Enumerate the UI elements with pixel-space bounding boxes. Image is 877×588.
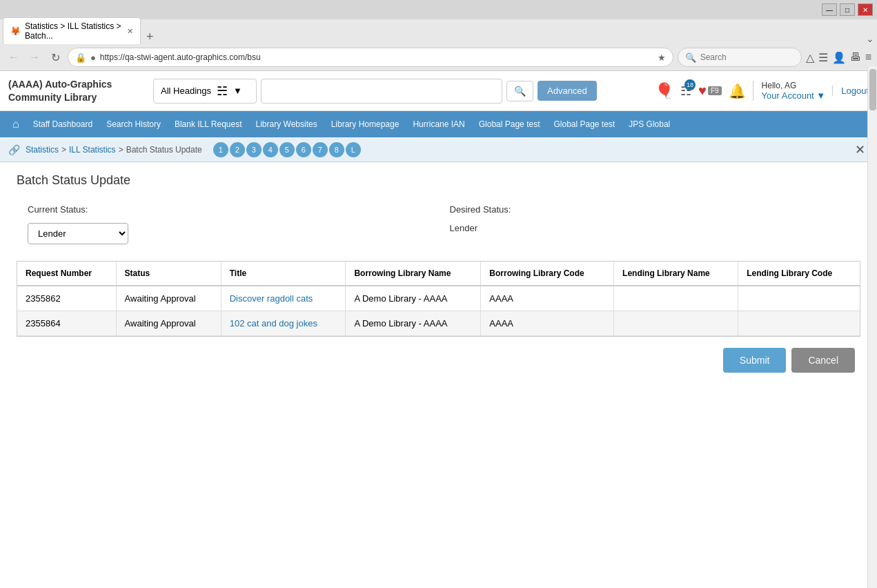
- cell-lending-code-1: [738, 286, 860, 311]
- search-icon: 🔍: [685, 52, 696, 63]
- cell-request-number-2: 2355864: [17, 311, 116, 336]
- bookmark-star-icon[interactable]: ★: [658, 52, 666, 63]
- active-tab[interactable]: 🦊 Statistics > ILL Statistics > Batch...…: [3, 17, 141, 44]
- stack-icon: ☵: [217, 84, 228, 99]
- search-input-wrap: [261, 79, 502, 104]
- status-section: Current Status: Lender Borrower Awaiting…: [17, 204, 860, 244]
- col-lending-library-code: Lending Library Code: [738, 262, 860, 286]
- table-row: 2355864 Awaiting Approval 102 cat and do…: [17, 311, 860, 336]
- search-input[interactable]: [262, 81, 502, 100]
- nav-item-hurricane-ian[interactable]: Hurricane IAN: [406, 114, 471, 135]
- page-7[interactable]: 7: [313, 142, 328, 157]
- current-status-label: Current Status:: [28, 204, 428, 215]
- new-tab-button[interactable]: +: [142, 30, 158, 44]
- logout-button[interactable]: Logout: [832, 86, 869, 96]
- nav-item-global-page-2[interactable]: Global Page test: [546, 114, 622, 135]
- cell-lending-name-1: [614, 286, 738, 311]
- desired-status-col: Desired Status: Lender: [439, 204, 861, 244]
- tab-close-icon[interactable]: ✕: [127, 27, 133, 36]
- home-icon[interactable]: ⌂: [6, 112, 26, 136]
- data-table-wrap: Request Number Status Title Borrowing Li…: [17, 261, 860, 337]
- shield-icon[interactable]: △: [806, 51, 814, 64]
- breadcrumb-bar: 🔗 Statistics > ILL Statistics > Batch St…: [0, 137, 877, 162]
- forward-button[interactable]: →: [26, 49, 43, 66]
- heart-icon: ♥: [698, 83, 707, 99]
- menu-icon[interactable]: ≡: [865, 51, 871, 63]
- chevron-down-icon: ▼: [816, 90, 825, 101]
- heading-select-label: All Headings: [161, 86, 211, 96]
- tab-more-button[interactable]: ⌄: [866, 33, 874, 44]
- submit-button[interactable]: Submit: [723, 348, 787, 373]
- badge-count: 18: [684, 79, 696, 90]
- cancel-button[interactable]: Cancel: [791, 348, 855, 373]
- back-button[interactable]: ←: [6, 49, 22, 66]
- bookmark-list-icon[interactable]: ☰: [818, 51, 828, 64]
- current-status-col: Current Status: Lender Borrower Awaiting…: [17, 204, 439, 244]
- browser-search-box[interactable]: 🔍: [678, 48, 802, 67]
- col-borrowing-library-code: Borrowing Library Code: [481, 262, 614, 286]
- page-3[interactable]: 3: [246, 142, 262, 157]
- nav-item-library-websites[interactable]: Library Websites: [249, 114, 324, 135]
- breadcrumb: Statistics > ILL Statistics > Batch Stat…: [26, 145, 202, 155]
- app-header: (AAAA) Auto-Graphics Community Library A…: [0, 71, 877, 111]
- chevron-down-icon: ▼: [233, 86, 242, 96]
- profile-icon[interactable]: 👤: [832, 51, 846, 64]
- table-header-row: Request Number Status Title Borrowing Li…: [17, 262, 860, 286]
- scrollbar[interactable]: [867, 66, 877, 588]
- breadcrumb-statistics[interactable]: Statistics: [26, 145, 59, 155]
- cell-lending-name-2: [614, 311, 738, 336]
- search-button[interactable]: 🔍: [506, 81, 533, 101]
- current-status-select[interactable]: Lender Borrower Awaiting Approval: [28, 223, 128, 244]
- address-box[interactable]: 🔒 ● https://qa-stwi-agent.auto-graphics.…: [68, 48, 673, 67]
- page-1[interactable]: 1: [213, 142, 228, 157]
- bell-icon[interactable]: 🔔: [729, 83, 746, 99]
- library-name: (AAAA) Auto-Graphics Community Library: [8, 78, 146, 103]
- reload-button[interactable]: ↻: [47, 49, 63, 66]
- window-controls[interactable]: — □ ✕: [822, 3, 873, 16]
- desired-status-label: Desired Status:: [450, 204, 850, 215]
- nav-item-staff-dashboard[interactable]: Staff Dashboard: [26, 114, 100, 135]
- minimize-button[interactable]: —: [822, 3, 837, 16]
- main-content: Batch Status Update Current Status: Lend…: [0, 162, 877, 389]
- advanced-button[interactable]: Advanced: [538, 81, 597, 101]
- nav-item-search-history[interactable]: Search History: [99, 114, 168, 135]
- breadcrumb-current: Batch Status Update: [126, 145, 202, 155]
- close-button[interactable]: ✕: [851, 141, 869, 159]
- breadcrumb-sep-1: >: [61, 145, 66, 155]
- notification-badge-wrap[interactable]: ☷ 18: [680, 84, 691, 99]
- close-button[interactable]: ✕: [858, 3, 873, 16]
- account-button[interactable]: Your Account ▼: [762, 90, 826, 101]
- link-icon: 🔗: [8, 144, 20, 155]
- page-4[interactable]: 4: [263, 142, 278, 157]
- desired-status-value: Lender: [450, 223, 850, 233]
- cell-title-2: 102 cat and dog jokes: [221, 311, 346, 336]
- nav-item-library-homepage[interactable]: Library Homepage: [324, 114, 406, 135]
- breadcrumb-ill-statistics[interactable]: ILL Statistics: [69, 145, 116, 155]
- f9-badge: F9: [708, 86, 722, 95]
- scrollbar-thumb[interactable]: [869, 69, 876, 110]
- nav-item-global-page-1[interactable]: Global Page test: [472, 114, 547, 135]
- col-request-number: Request Number: [17, 262, 116, 286]
- header-icons: 🎈 ☷ 18 ♥ F9 🔔 Hello, AG Your Account ▼ L…: [655, 81, 869, 101]
- nav-item-jps-global[interactable]: JPS Global: [622, 114, 677, 135]
- page-8[interactable]: 8: [329, 142, 344, 157]
- lock-icon: 🔒: [75, 52, 86, 63]
- heart-badge-wrap[interactable]: ♥ F9: [698, 83, 722, 99]
- page-L[interactable]: L: [346, 142, 361, 157]
- nav-item-blank-ill[interactable]: Blank ILL Request: [168, 114, 249, 135]
- action-buttons: Submit Cancel: [17, 337, 860, 378]
- page-6[interactable]: 6: [296, 142, 311, 157]
- page-2[interactable]: 2: [230, 142, 245, 157]
- cell-borrowing-code-2: AAAA: [481, 311, 614, 336]
- page-title: Batch Status Update: [17, 173, 860, 188]
- breadcrumb-sep-2: >: [119, 145, 124, 155]
- page-5[interactable]: 5: [279, 142, 295, 157]
- maximize-button[interactable]: □: [840, 3, 855, 16]
- print-icon[interactable]: 🖶: [850, 51, 861, 63]
- data-table: Request Number Status Title Borrowing Li…: [17, 262, 860, 336]
- col-status: Status: [116, 262, 221, 286]
- cell-status-1: Awaiting Approval: [116, 286, 221, 311]
- heading-select[interactable]: All Headings ☵ ▼: [153, 79, 257, 104]
- title-bar: — □ ✕: [0, 0, 877, 19]
- browser-search-input[interactable]: [700, 52, 783, 62]
